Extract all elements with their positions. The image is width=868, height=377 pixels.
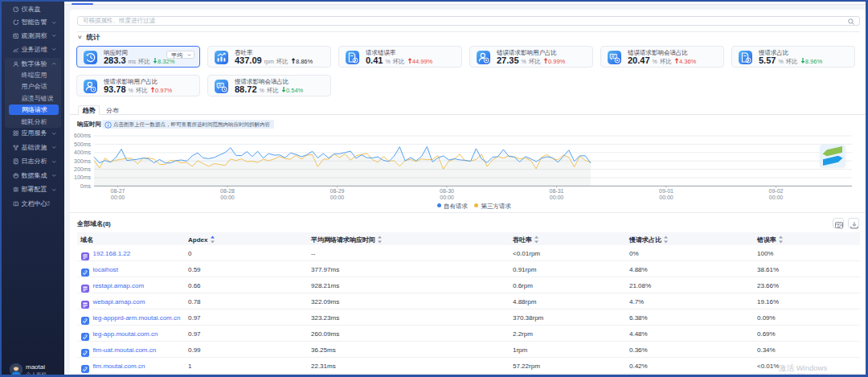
- svg-text:400ms: 400ms: [74, 150, 92, 155]
- svg-text:00:00: 00:00: [550, 195, 564, 200]
- svg-text:100ms: 100ms: [74, 174, 92, 180]
- svg-text:00:00: 00:00: [330, 195, 345, 200]
- svg-text:300ms: 300ms: [74, 158, 92, 164]
- svg-text:09-01: 09-01: [659, 188, 674, 194]
- svg-text:00:00: 00:00: [659, 195, 674, 200]
- svg-text:00:00: 00:00: [111, 195, 125, 200]
- svg-text:500ms: 500ms: [74, 141, 92, 147]
- svg-text:08-30: 08-30: [440, 188, 454, 194]
- svg-text:08-29: 08-29: [330, 188, 345, 194]
- svg-text:00:00: 00:00: [220, 195, 235, 200]
- svg-text:200ms: 200ms: [74, 166, 92, 172]
- svg-text:08-28: 08-28: [220, 188, 235, 194]
- svg-text:09-02: 09-02: [769, 188, 784, 194]
- svg-text:00:00: 00:00: [440, 195, 454, 200]
- svg-text:00:00: 00:00: [769, 195, 784, 200]
- svg-text:600ms: 600ms: [74, 133, 92, 138]
- svg-text:08-31: 08-31: [550, 188, 564, 194]
- svg-text:0ms: 0ms: [80, 183, 92, 189]
- svg-text:08-27: 08-27: [111, 188, 125, 194]
